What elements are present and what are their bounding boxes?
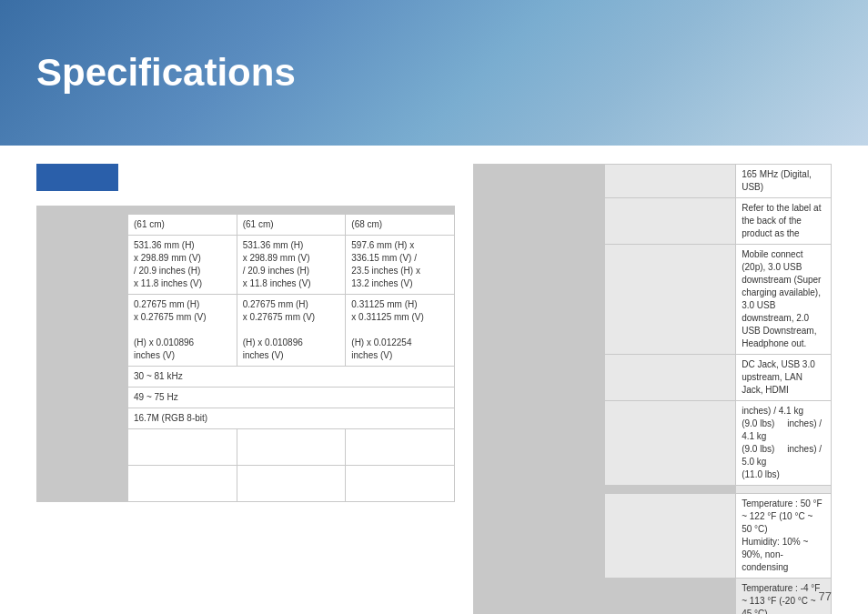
right-cell-5b	[736, 486, 832, 494]
cell-dim-2: 531.36 mm (H)x 298.89 mm (V)/ 20.9 inche…	[237, 236, 346, 295]
cell-pitch-3: 0.31125 mm (H)x 0.31125 mm (V)(H) x 0.01…	[346, 295, 455, 367]
cell-empty1-1	[128, 429, 237, 466]
table-row: Refer to the label at the back of the pr…	[474, 198, 832, 245]
right-cell-4: DC Jack, USB 3.0 upstream, LAN Jack, HDM…	[736, 355, 832, 401]
table-row: 30 ~ 81 kHz	[37, 367, 455, 388]
cell-dim-3: 597.6 mm (H) x336.15 mm (V) /23.5 inches…	[346, 236, 455, 295]
left-section: (61 cm) (61 cm) (68 cm) 531.36 mm (H)x 2…	[36, 164, 455, 614]
cell-hfreq: 30 ~ 81 kHz	[128, 367, 455, 388]
right-row-label-4	[474, 355, 605, 401]
table-row: 165 MHz (Digital, USB)	[474, 165, 832, 198]
row-label-dims	[37, 236, 128, 295]
row-label-empty2	[37, 466, 128, 502]
table-row: Temperature : 50 °F ~ 122 °F (10 °C ~ 50…	[474, 494, 832, 579]
table-header-row	[37, 206, 455, 215]
table-row	[37, 466, 455, 502]
row-label-vfreq	[37, 388, 128, 408]
right-row-sublabel-5	[605, 401, 736, 486]
row-label	[37, 215, 128, 236]
row-label-empty1	[37, 429, 128, 466]
table-row: 49 ~ 75 Hz	[37, 388, 455, 408]
right-cell-2: Refer to the label at the back of the pr…	[736, 198, 832, 245]
col-header-2	[237, 206, 346, 215]
row-label-pitch	[37, 295, 128, 367]
right-cell-3: Mobile connect (20p), 3.0 USB downstream…	[736, 245, 832, 355]
cell-68cm: (68 cm)	[346, 215, 455, 236]
cell-61cm-1: (61 cm)	[128, 215, 237, 236]
col-header-empty	[37, 206, 128, 215]
main-content: (61 cm) (61 cm) (68 cm) 531.36 mm (H)x 2…	[0, 146, 868, 614]
page-title: Specifications	[36, 51, 296, 95]
right-row-label-6	[474, 494, 605, 615]
table-row: 16.7M (RGB 8-bit)	[37, 408, 455, 429]
header-banner: Specifications	[0, 0, 868, 146]
right-row-sublabel-6	[605, 494, 736, 579]
cell-empty2-3	[346, 466, 455, 502]
cell-empty2-1	[128, 466, 237, 502]
col-header-1	[128, 206, 237, 215]
right-row-label-2	[474, 198, 605, 245]
table-row: DC Jack, USB 3.0 upstream, LAN Jack, HDM…	[474, 355, 832, 401]
cell-pitch-2: 0.27675 mm (H)x 0.27675 mm (V)(H) x 0.01…	[237, 295, 346, 367]
cell-color: 16.7M (RGB 8-bit)	[128, 408, 455, 429]
cell-61cm-2: (61 cm)	[237, 215, 346, 236]
right-row-label-5	[474, 401, 605, 494]
right-row-sublabel-5b	[605, 486, 736, 494]
blue-accent-rect	[36, 164, 118, 191]
right-cell-7: Temperature : -4 °F ~ 113 °F (-20 °C ~ 4…	[736, 579, 832, 615]
table-row: 531.36 mm (H)x 298.89 mm (V)/ 20.9 inche…	[37, 236, 455, 295]
cell-pitch-1: 0.27675 mm (H)x 0.27675 mm (V)(H) x 0.01…	[128, 295, 237, 367]
table-row: 0.27675 mm (H)x 0.27675 mm (V)(H) x 0.01…	[37, 295, 455, 367]
table-row	[37, 429, 455, 466]
cell-vfreq: 49 ~ 75 Hz	[128, 388, 455, 408]
row-label-color	[37, 408, 128, 429]
left-specs-table: (61 cm) (61 cm) (68 cm) 531.36 mm (H)x 2…	[36, 206, 455, 502]
table-row: (61 cm) (61 cm) (68 cm)	[37, 215, 455, 236]
cell-empty1-3	[346, 429, 455, 466]
right-row-sublabel-1	[605, 165, 736, 198]
table-row: inches) / 4.1 kg(9.0 lbs) inches) / 4.1 …	[474, 401, 832, 486]
col-header-3	[346, 206, 455, 215]
right-row-sublabel-4	[605, 355, 736, 401]
right-row-sublabel-3	[605, 245, 736, 355]
cell-empty1-2	[237, 429, 346, 466]
right-row-sublabel-2	[605, 198, 736, 245]
right-cell-1: 165 MHz (Digital, USB)	[736, 165, 832, 198]
right-section: 165 MHz (Digital, USB) Refer to the labe…	[473, 164, 832, 614]
right-row-label-3	[474, 245, 605, 355]
right-row-label-1	[474, 165, 605, 198]
right-cell-6: Temperature : 50 °F ~ 122 °F (10 °C ~ 50…	[736, 494, 832, 579]
row-label-hfreq	[37, 367, 128, 388]
cell-dim-1: 531.36 mm (H)x 298.89 mm (V)/ 20.9 inche…	[128, 236, 237, 295]
right-row-sublabel-7	[605, 579, 736, 615]
table-row: Mobile connect (20p), 3.0 USB downstream…	[474, 245, 832, 355]
cell-empty2-2	[237, 466, 346, 502]
right-cell-5: inches) / 4.1 kg(9.0 lbs) inches) / 4.1 …	[736, 401, 832, 486]
page-number: 77	[819, 589, 832, 603]
right-specs-table: 165 MHz (Digital, USB) Refer to the labe…	[473, 164, 832, 614]
